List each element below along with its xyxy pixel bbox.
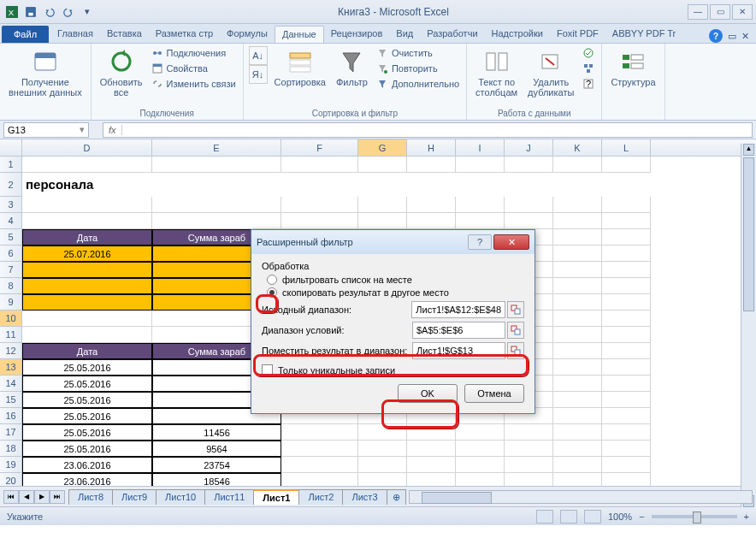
cell[interactable] — [22, 213, 152, 229]
properties-button[interactable]: Свойства — [150, 62, 238, 75]
cell[interactable] — [358, 424, 407, 441]
cell[interactable] — [602, 311, 651, 327]
row-header[interactable]: 8 — [0, 278, 22, 294]
cell[interactable] — [456, 424, 505, 441]
row-header[interactable]: 7 — [0, 262, 22, 278]
cell[interactable] — [22, 262, 152, 278]
sheet-tab[interactable]: Лист3 — [342, 489, 387, 505]
cell[interactable]: 25.05.2016 — [22, 424, 152, 441]
radio-filter-inplace[interactable]: фильтровать список на месте — [267, 275, 524, 285]
cell[interactable]: 9564 — [152, 441, 281, 457]
unique-checkbox[interactable]: Только уникальные записи — [262, 364, 524, 376]
radio-copy-to[interactable]: скопировать результат в другое место — [267, 287, 524, 298]
row-header[interactable]: 5 — [0, 229, 22, 245]
column-header[interactable]: E — [152, 139, 281, 156]
cell[interactable] — [505, 213, 553, 229]
cell[interactable] — [407, 424, 456, 441]
cell[interactable] — [602, 294, 651, 311]
cell[interactable] — [281, 473, 358, 486]
cell[interactable] — [505, 473, 553, 486]
cell[interactable] — [553, 311, 602, 327]
sheet-tab[interactable]: Лист11 — [204, 489, 254, 505]
row-header[interactable]: 19 — [0, 457, 22, 473]
reapply-button[interactable]: Повторить — [375, 62, 461, 75]
tab-Разметка стр[interactable]: Разметка стр — [149, 26, 220, 43]
cell[interactable]: Дата — [22, 229, 152, 245]
minimize-button[interactable]: — — [688, 4, 708, 20]
refresh-all-button[interactable]: Обновить все — [97, 46, 146, 99]
column-header[interactable]: K — [553, 139, 602, 156]
cell[interactable] — [407, 441, 456, 457]
cell[interactable] — [553, 245, 602, 262]
cell[interactable] — [602, 441, 651, 457]
copyto-range-input[interactable]: Лист1!$G$13 — [412, 342, 505, 359]
structure-button[interactable]: Структура — [607, 46, 659, 89]
cell[interactable]: 23754 — [152, 457, 281, 473]
cell[interactable] — [602, 392, 651, 408]
cell[interactable] — [281, 457, 358, 473]
cell[interactable] — [553, 278, 602, 294]
column-header[interactable]: G — [358, 139, 407, 156]
excel-icon[interactable]: X — [3, 3, 21, 21]
undo-icon[interactable] — [41, 3, 58, 21]
fx-icon[interactable]: fx — [103, 125, 122, 135]
cell[interactable]: 25.05.2016 — [22, 441, 152, 457]
source-range-picker-icon[interactable] — [507, 301, 524, 318]
sheet-tab[interactable]: Лист8 — [68, 489, 113, 505]
sort-az-button[interactable]: А↓ — [249, 46, 268, 65]
criteria-range-input[interactable]: $A$5:$E$6 — [412, 322, 505, 339]
column-header[interactable]: H — [407, 139, 456, 156]
cell[interactable] — [152, 157, 281, 173]
qat-dropdown-icon[interactable]: ▾ — [79, 3, 96, 21]
edit-links-button[interactable]: Изменить связи — [150, 77, 238, 91]
cell[interactable] — [553, 197, 602, 213]
row-header[interactable]: 3 — [0, 197, 22, 213]
maximize-button[interactable]: ▭ — [710, 4, 730, 20]
tab-Формулы[interactable]: Формулы — [220, 26, 275, 43]
cell[interactable] — [22, 327, 152, 343]
cell[interactable] — [407, 473, 456, 486]
cancel-button[interactable]: Отмена — [464, 384, 524, 403]
cell[interactable] — [22, 311, 152, 327]
tab-Данные[interactable]: Данные — [275, 26, 324, 43]
sheet-nav-prev[interactable]: ◀ — [19, 490, 34, 504]
cell[interactable] — [602, 278, 651, 294]
cell[interactable] — [553, 327, 602, 343]
cell[interactable]: 23.06.2016 — [22, 473, 152, 486]
save-icon[interactable] — [22, 3, 39, 21]
cell[interactable] — [152, 197, 281, 213]
cell[interactable] — [281, 213, 358, 229]
sort-za-button[interactable]: Я↓ — [249, 65, 268, 84]
cell[interactable] — [602, 473, 651, 486]
cell[interactable] — [456, 213, 505, 229]
cell[interactable] — [505, 457, 553, 473]
cell[interactable] — [358, 213, 407, 229]
cell[interactable] — [505, 157, 553, 173]
sheet-nav-last[interactable]: ⏭ — [50, 490, 65, 504]
minimize-ribbon-icon[interactable]: ▭ — [728, 31, 736, 42]
cell[interactable] — [456, 197, 505, 213]
row-header[interactable]: 12 — [0, 343, 22, 359]
cell[interactable] — [456, 457, 505, 473]
criteria-range-picker-icon[interactable] — [507, 322, 524, 339]
cell[interactable] — [553, 441, 602, 457]
cell[interactable] — [505, 424, 553, 441]
column-header[interactable]: I — [456, 139, 505, 156]
zoom-out-icon[interactable]: − — [639, 512, 644, 522]
tab-Надстройки[interactable]: Надстройки — [485, 26, 550, 43]
tab-file[interactable]: Файл — [2, 26, 49, 43]
text-to-columns-button[interactable]: Текст по столбцам — [472, 46, 521, 99]
cell[interactable] — [456, 441, 505, 457]
whatif-button[interactable]: ? — [581, 77, 596, 91]
row-header[interactable]: 10 — [0, 311, 22, 327]
cell[interactable] — [602, 157, 651, 173]
cell[interactable] — [553, 359, 602, 376]
cell[interactable] — [281, 441, 358, 457]
cell[interactable] — [553, 294, 602, 311]
new-sheet-button[interactable]: ⊕ — [387, 489, 406, 505]
cell[interactable] — [553, 157, 602, 173]
cell[interactable]: 25.05.2016 — [22, 376, 152, 392]
cell[interactable]: 11456 — [152, 424, 281, 441]
tab-Рецензиров[interactable]: Рецензиров — [324, 26, 390, 43]
tab-Разработчи[interactable]: Разработчи — [420, 26, 484, 43]
